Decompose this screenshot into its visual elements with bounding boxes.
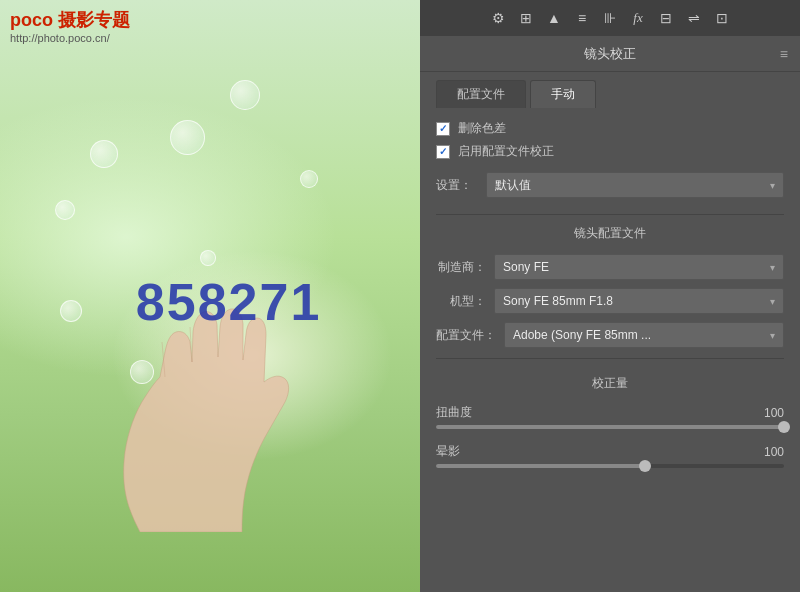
toolbar-icon-lens[interactable]: ⇌	[684, 8, 704, 28]
model-value: Sony FE 85mm F1.8	[503, 294, 613, 308]
distortion-slider-row: 扭曲度 100	[436, 404, 784, 429]
checkbox-remove-aberration[interactable]	[436, 122, 450, 136]
vignette-thumb[interactable]	[639, 460, 651, 472]
watermark-suffix: 摄影专题	[53, 10, 130, 30]
manufacturer-row: 制造商： Sony FE ▾	[436, 254, 784, 280]
toolbar-icon-histogram[interactable]: ▲	[544, 8, 564, 28]
profile-file-select[interactable]: Adobe (Sony FE 85mm ... ▾	[504, 322, 784, 348]
right-panel: ⚙ ⊞ ▲ ≡ ⊪ fx ⊟ ⇌ ⊡ 镜头校正 ≡ 配置文件 手动 删除色差 启…	[420, 0, 800, 592]
distortion-fill	[436, 425, 784, 429]
photo-panel: poco 摄影专题 http://photo.poco.cn/ 858271	[0, 0, 420, 592]
bubble-6	[230, 80, 260, 110]
distortion-value: 100	[754, 406, 784, 420]
tabs-row: 配置文件 手动	[420, 72, 800, 108]
bubble-3	[170, 120, 205, 155]
toolbar-icon-transform[interactable]: ⊡	[712, 8, 732, 28]
correction-title: 校正量	[436, 375, 784, 392]
toolbar-icon-fx[interactable]: fx	[628, 8, 648, 28]
toolbar-icon-grid[interactable]: ⊞	[516, 8, 536, 28]
checkbox-row-2: 启用配置文件校正	[436, 143, 784, 160]
bubble-5	[300, 170, 318, 188]
tab-manual[interactable]: 手动	[530, 80, 596, 108]
checkbox-label-aberration: 删除色差	[458, 120, 506, 137]
lens-profile-title: 镜头配置文件	[436, 225, 784, 242]
settings-arrow-icon: ▾	[770, 180, 775, 191]
bubble-2	[55, 200, 75, 220]
checkbox-group: 删除色差 启用配置文件校正	[436, 120, 784, 160]
photo-number: 858271	[136, 272, 322, 332]
manufacturer-arrow-icon: ▾	[770, 262, 775, 273]
checkbox-label-profile: 启用配置文件校正	[458, 143, 554, 160]
toolbar-icon-basic[interactable]: ≡	[572, 8, 592, 28]
vignette-track[interactable]	[436, 464, 784, 468]
panel-content: 删除色差 启用配置文件校正 设置： 默认值 ▾ 镜头配置文件 制造商： Sony…	[420, 108, 800, 592]
tab-profile[interactable]: 配置文件	[436, 80, 526, 108]
settings-label: 设置：	[436, 177, 476, 194]
watermark: poco 摄影专题 http://photo.poco.cn/	[0, 0, 140, 52]
watermark-url: http://photo.poco.cn/	[10, 32, 130, 44]
toolbar: ⚙ ⊞ ▲ ≡ ⊪ fx ⊟ ⇌ ⊡	[420, 0, 800, 36]
vignette-label: 晕影	[436, 443, 460, 460]
panel-title: 镜头校正	[584, 45, 636, 63]
vignette-fill	[436, 464, 645, 468]
model-arrow-icon: ▾	[770, 296, 775, 307]
bubble-1	[90, 140, 118, 168]
distortion-label: 扭曲度	[436, 404, 472, 421]
distortion-thumb[interactable]	[778, 421, 790, 433]
panel-menu-icon[interactable]: ≡	[780, 46, 788, 62]
settings-row: 设置： 默认值 ▾	[436, 172, 784, 198]
vignette-value: 100	[754, 445, 784, 459]
watermark-title: poco 摄影专题	[10, 8, 130, 32]
distortion-label-row: 扭曲度 100	[436, 404, 784, 421]
toolbar-icon-tone[interactable]: ⊪	[600, 8, 620, 28]
profile-file-value: Adobe (Sony FE 85mm ...	[513, 328, 651, 342]
vignette-slider-row: 晕影 100	[436, 443, 784, 468]
distortion-track[interactable]	[436, 425, 784, 429]
vignette-label-row: 晕影 100	[436, 443, 784, 460]
toolbar-icon-details[interactable]: ⊟	[656, 8, 676, 28]
poco-red: poco	[10, 10, 53, 30]
toolbar-icon-settings[interactable]: ⚙	[488, 8, 508, 28]
panel-header: 镜头校正 ≡	[420, 36, 800, 72]
divider-1	[436, 214, 784, 215]
profile-file-arrow-icon: ▾	[770, 330, 775, 341]
profile-file-label: 配置文件：	[436, 327, 496, 344]
bubble-4	[60, 300, 82, 322]
manufacturer-select[interactable]: Sony FE ▾	[494, 254, 784, 280]
profile-file-row: 配置文件： Adobe (Sony FE 85mm ... ▾	[436, 322, 784, 348]
checkbox-enable-profile[interactable]	[436, 145, 450, 159]
manufacturer-label: 制造商：	[436, 259, 486, 276]
checkbox-row-1: 删除色差	[436, 120, 784, 137]
manufacturer-value: Sony FE	[503, 260, 549, 274]
model-label: 机型：	[436, 293, 486, 310]
divider-2	[436, 358, 784, 359]
model-row: 机型： Sony FE 85mm F1.8 ▾	[436, 288, 784, 314]
settings-select[interactable]: 默认值 ▾	[486, 172, 784, 198]
settings-value: 默认值	[495, 177, 531, 194]
model-select[interactable]: Sony FE 85mm F1.8 ▾	[494, 288, 784, 314]
